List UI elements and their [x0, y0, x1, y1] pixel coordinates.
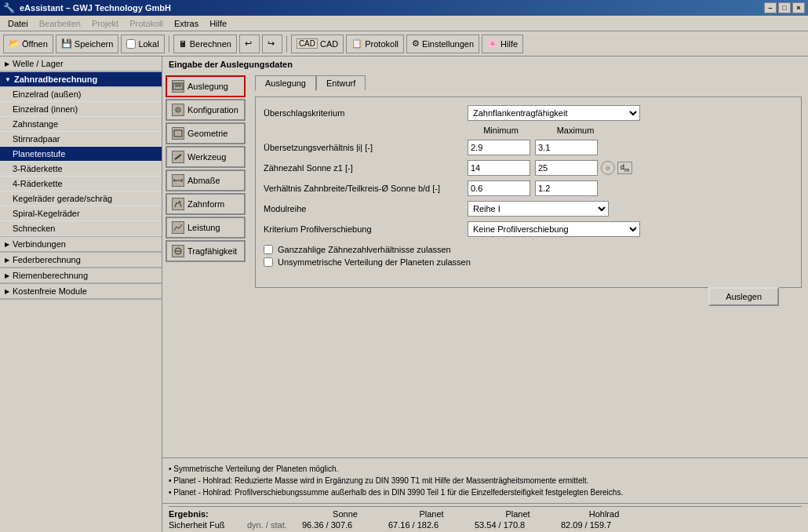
- zahnezahl-row: Zähnezahl Sonne z1 [-] ○ dm: [264, 160, 793, 176]
- modulreihe-label: Modulreihe: [264, 204, 468, 213]
- side-nav-zahnform[interactable]: Zahnform: [166, 193, 246, 215]
- side-nav-geometrie[interactable]: Geometrie: [166, 122, 246, 144]
- bottom-info: • Symmetrische Verteilung der Planeten m…: [162, 457, 808, 503]
- row-planet2-val: 53.54 / 170.8: [475, 520, 561, 530]
- title-controls[interactable]: – □ ×: [764, 2, 805, 13]
- zahnezahl-max-input[interactable]: [535, 160, 598, 176]
- modulreihe-select[interactable]: Reihe I Reihe II Reihe III: [468, 201, 609, 217]
- close-button[interactable]: ×: [792, 2, 805, 13]
- side-nav-konfiguration[interactable]: Konfiguration: [166, 99, 246, 121]
- side-nav-tragfahigkeit[interactable]: Tragfähigkeit: [166, 240, 246, 262]
- sidebar-group-verbindungen-header[interactable]: ▶ Verbindungen: [0, 237, 162, 252]
- checkbox1-label: Ganzzahlige Zähnezahlverhältnisse zulass…: [278, 245, 451, 254]
- verhaltnis-max-input[interactable]: [535, 180, 598, 196]
- sidebar-group-zahnrad-header[interactable]: ▼ Zahnradberechnung: [0, 72, 162, 87]
- tab-auslegung[interactable]: Auslegung: [255, 75, 316, 91]
- sidebar-group-zahnrad: ▼ Zahnradberechnung Einzelrad (außen) Ei…: [0, 72, 162, 237]
- side-nav-werkzeug[interactable]: Werkzeug: [166, 146, 246, 168]
- sidebar-item-zahnstange[interactable]: Zahnstange: [0, 117, 162, 132]
- triangle-zahnrad-icon: ▼: [5, 76, 11, 83]
- open-button[interactable]: 📂 Öffnen: [3, 35, 53, 53]
- sidebar-group-riemenberechnung-header[interactable]: ▶ Riemenberechnung: [0, 268, 162, 283]
- side-nav-leistung[interactable]: Leistung: [166, 217, 246, 239]
- sidebar-group-federberechnung: ▶ Federberechnung: [0, 253, 162, 268]
- sidebar-item-4-raderkette[interactable]: 4-Räderkette: [0, 177, 162, 191]
- redo-button[interactable]: ↪: [262, 35, 282, 53]
- results-bar: Ergebnis: Sonne Planet Planet Hohlrad Si…: [162, 503, 808, 532]
- konfiguration-label: Konfiguration: [187, 105, 238, 115]
- sidebar-item-schnecken[interactable]: Schnecken: [0, 221, 162, 236]
- geometrie-label: Geometrie: [187, 129, 227, 138]
- sidebar-item-stirnradpaar[interactable]: Stirnradpaar: [0, 132, 162, 147]
- side-nav-abmasse[interactable]: Abmaße: [166, 169, 246, 191]
- row-hohlrad-val: 82.09 / 159.7: [561, 520, 647, 530]
- kriterium-label: Kriterium Profilverschiebung: [264, 224, 468, 234]
- verhaltnis-min-input[interactable]: [468, 180, 530, 196]
- local-checkbox[interactable]: [126, 39, 136, 49]
- sidebar-item-spiral-kegelrader[interactable]: Spiral-Kegelräder: [0, 206, 162, 221]
- sidebar-group-kostenfreie-header[interactable]: ▶ Kostenfreie Module: [0, 284, 162, 299]
- checkbox1[interactable]: [264, 245, 273, 254]
- local-button[interactable]: Lokal: [121, 35, 164, 53]
- tragfahigkeit-icon: [172, 245, 184, 257]
- settings-icon: ⚙: [412, 38, 420, 49]
- maximize-button[interactable]: □: [778, 2, 791, 13]
- settings-button[interactable]: ⚙ Einstellungen: [406, 35, 479, 53]
- ubersetzung-label: Übersetzungsverhältnis |i| [-]: [264, 143, 468, 152]
- sidebar-group-federberechnung-header[interactable]: ▶ Federberechnung: [0, 253, 162, 268]
- menu-hilfe[interactable]: Hilfe: [205, 17, 231, 30]
- col-header-sonne: Sonne: [302, 509, 388, 519]
- separator-1: [169, 35, 169, 53]
- leistung-label: Leistung: [187, 223, 220, 232]
- zahnezahl-min-input[interactable]: [468, 160, 530, 176]
- menu-bearbeiten[interactable]: Bearbeiten: [35, 17, 86, 30]
- dm-badge: dm: [617, 162, 632, 175]
- auslegung-icon: [172, 80, 184, 93]
- auslegen-button[interactable]: Auslegen: [708, 287, 779, 306]
- uberschlagskriterium-select[interactable]: Zahnflankentragfähigkeit Zahnfußtragfähi…: [468, 105, 640, 121]
- checkbox2[interactable]: [264, 257, 273, 267]
- right-panel: Auslegung Entwurf Überschlagskriterium Z…: [249, 72, 808, 457]
- max-header: Maximum: [542, 126, 609, 135]
- content-area: Eingabe der Auslegungsdaten Auslegung: [162, 56, 808, 532]
- kriterium-select[interactable]: Keine Profilverschiebung Mit Profilversc…: [468, 221, 640, 237]
- sidebar-item-einzelrad-innen[interactable]: Einzelrad (innen): [0, 102, 162, 117]
- menu-datei[interactable]: Datei: [3, 17, 33, 30]
- svg-line-6: [175, 155, 181, 159]
- separator-2: [286, 35, 287, 53]
- sidebar: ▶ Welle / Lager ▼ Zahnradberechnung Einz…: [0, 56, 162, 532]
- menu-extras[interactable]: Extras: [169, 17, 203, 30]
- cad-button[interactable]: CAD CAD: [291, 35, 344, 53]
- section-title: Eingabe der Auslegungsdaten: [162, 56, 808, 72]
- menu-protokoll[interactable]: Protokoll: [125, 17, 168, 30]
- uberschlagskriterium-row: Überschlagskriterium Zahnflankentragfähi…: [264, 105, 793, 121]
- sidebar-item-planetenstufe[interactable]: Planetenstufe: [0, 147, 162, 162]
- help-button[interactable]: 🌸 Hilfe: [482, 35, 523, 53]
- modulreihe-row: Modulreihe Reihe I Reihe II Reihe III: [264, 201, 793, 217]
- protocol-button[interactable]: 📋 Protokoll: [346, 35, 404, 53]
- ubersetzung-min-input[interactable]: [468, 140, 530, 155]
- sidebar-item-kegelrader[interactable]: Kegelräder gerade/schräg: [0, 191, 162, 206]
- sidebar-group-welle-header[interactable]: ▶ Welle / Lager: [0, 56, 162, 71]
- sidebar-item-3-raderkette[interactable]: 3-Räderkette: [0, 162, 162, 177]
- sidebar-item-einzelrad-aussen[interactable]: Einzelrad (außen): [0, 87, 162, 102]
- svg-point-4: [177, 109, 179, 111]
- undo-button[interactable]: ↩: [239, 35, 260, 53]
- results-row-1: Sicherheit Fuß dyn. / stat. 96.36 / 307.…: [169, 520, 802, 530]
- sidebar-group-verbindungen: ▶ Verbindungen: [0, 237, 162, 253]
- werkzeug-label: Werkzeug: [187, 152, 226, 162]
- toolbar: 📂 Öffnen 💾 Speichern Lokal 🖩 Berechnen ↩…: [0, 31, 808, 56]
- row-planet1-val: 67.16 / 182.6: [388, 520, 475, 530]
- help-icon: 🌸: [487, 38, 498, 49]
- tab-entwurf[interactable]: Entwurf: [316, 75, 366, 90]
- save-button[interactable]: 💾 Speichern: [56, 35, 119, 53]
- calculate-button[interactable]: 🖩 Berechnen: [173, 35, 237, 53]
- circle-button[interactable]: ○: [601, 161, 615, 175]
- leistung-icon: [172, 221, 184, 234]
- checkbox2-row: Unsymmetrische Verteilung der Planeten z…: [264, 257, 793, 267]
- menu-projekt[interactable]: Projekt: [87, 17, 123, 30]
- ubersetzung-max-input[interactable]: [535, 140, 598, 155]
- minimize-button[interactable]: –: [764, 2, 777, 13]
- main-layout: ▶ Welle / Lager ▼ Zahnradberechnung Einz…: [0, 56, 808, 532]
- side-nav-auslegung[interactable]: Auslegung: [166, 75, 246, 97]
